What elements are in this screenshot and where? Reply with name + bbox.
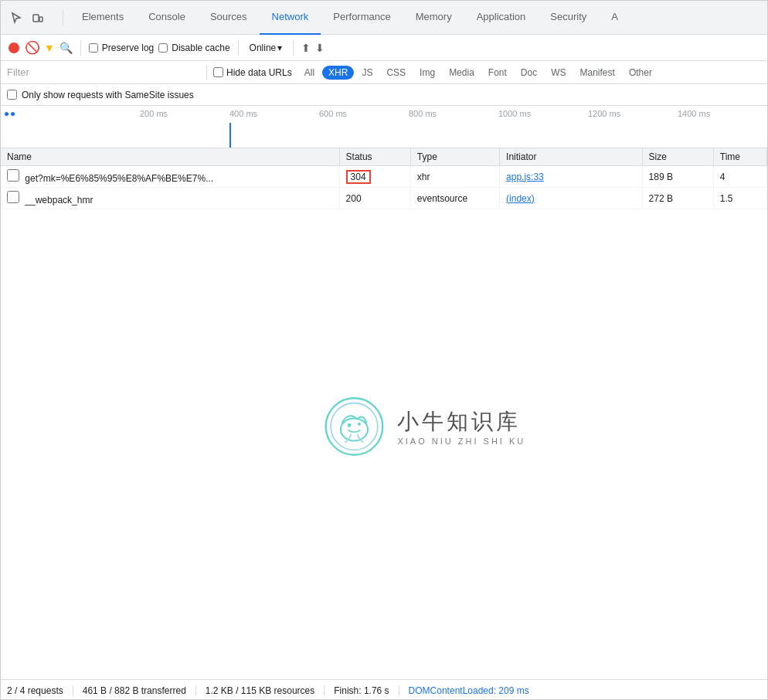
filter-types: All XHR JS CSS Img Media Font Doc WS Man… <box>298 66 658 80</box>
watermark-text: 小牛知识库 XIAO NIU ZHI SHI KU <box>397 407 525 446</box>
initiator-link-1[interactable]: (index) <box>506 193 535 204</box>
main-content: 🚫 ▼ 🔍 Preserve log Disable cache Online … <box>1 35 767 700</box>
hide-data-urls-label[interactable]: Hide data URLs <box>213 67 292 78</box>
row-size-1: 272 B <box>642 188 713 209</box>
online-select[interactable]: Online ▾ <box>246 41 286 55</box>
tab-performance[interactable]: Performance <box>321 1 403 35</box>
col-header-type[interactable]: Type <box>410 148 499 166</box>
timeline-labels: 200 ms 400 ms 600 ms 800 ms 1000 ms 1200… <box>140 109 767 118</box>
filter-css[interactable]: CSS <box>380 66 412 80</box>
table-wrap: Name Status Type Initiator Size <box>1 148 767 700</box>
record-button[interactable] <box>7 41 21 55</box>
svg-point-5 <box>348 423 352 427</box>
row-checkbox-1[interactable] <box>7 191 19 203</box>
row-time-1: 1.5 <box>713 188 766 209</box>
watermark-logo-svg <box>323 396 385 457</box>
filter-img[interactable]: Img <box>413 66 441 80</box>
col-header-time[interactable]: Time <box>713 148 766 166</box>
status-dom-loaded: DOMContentLoaded: 209 ms <box>399 685 539 696</box>
initiator-link-0[interactable]: app.js:33 <box>506 172 544 182</box>
status-resources: 1.2 KB / 115 KB resources <box>196 685 325 696</box>
filter-media[interactable]: Media <box>443 66 481 80</box>
search-icon[interactable]: 🔍 <box>59 42 73 54</box>
filter-all[interactable]: All <box>298 66 321 80</box>
watermark-en-text: XIAO NIU ZHI SHI KU <box>397 437 525 446</box>
tab-memory[interactable]: Memory <box>403 1 464 35</box>
samesite-checkbox[interactable] <box>7 90 17 100</box>
hide-data-urls-checkbox[interactable] <box>213 67 223 77</box>
preserve-log-checkbox[interactable] <box>89 43 98 53</box>
samesite-row: Only show requests with SameSite issues <box>1 84 767 106</box>
tab-network[interactable]: Network <box>260 1 321 35</box>
toolbar-sep-2 <box>238 40 239 56</box>
timeline-label-1400: 1400 ms <box>678 109 767 118</box>
col-header-size[interactable]: Size <box>642 148 713 166</box>
timeline-label-600: 600 ms <box>319 109 409 118</box>
filter-xhr[interactable]: XHR <box>322 66 354 80</box>
col-header-status[interactable]: Status <box>339 148 410 166</box>
timeline-label-1200: 1200 ms <box>588 109 678 118</box>
row-size-0: 189 B <box>642 166 713 188</box>
row-checkbox-0[interactable] <box>7 169 19 182</box>
status-bar: 2 / 4 requests 461 B / 882 B transferred… <box>1 679 767 700</box>
tab-console[interactable]: Console <box>136 1 198 35</box>
table-row[interactable]: get?mk=%E6%85%95%E8%AF%BE%E7%... 304 xhr… <box>1 166 767 188</box>
filter-input[interactable] <box>7 66 200 78</box>
disable-cache-label[interactable]: Disable cache <box>158 42 229 53</box>
devtools-tabs: Elements Console Sources Network Perform… <box>1 1 767 35</box>
upload-icon[interactable]: ⬆ <box>301 42 311 54</box>
disable-cache-checkbox[interactable] <box>158 43 168 53</box>
row-time-0: 4 <box>713 166 766 188</box>
row-initiator-1: (index) <box>500 188 642 209</box>
toolbar-sep-1 <box>80 40 81 56</box>
download-icon[interactable]: ⬇ <box>315 42 325 54</box>
status-transferred: 461 B / 882 B transferred <box>73 685 196 696</box>
timeline-label-400: 400 ms <box>229 109 319 118</box>
filter-manifest[interactable]: Manifest <box>574 66 621 80</box>
filter-doc[interactable]: Doc <box>515 66 543 80</box>
timeline-label-1000: 1000 ms <box>498 109 588 118</box>
cursor-icon[interactable] <box>7 8 25 27</box>
filter-js[interactable]: JS <box>355 66 379 80</box>
status-badge-304: 304 <box>346 170 371 184</box>
table-row[interactable]: __webpack_hmr 200 eventsource (index) 27… <box>1 188 767 209</box>
filter-sep <box>206 66 207 80</box>
filter-row: Hide data URLs All XHR JS CSS Img Media … <box>1 61 767 84</box>
stop-button[interactable]: 🚫 <box>25 41 39 55</box>
network-table: Name Status Type Initiator Size <box>1 148 767 209</box>
svg-rect-1 <box>39 17 42 22</box>
tab-more[interactable]: A <box>599 1 630 35</box>
filter-icon[interactable]: ▼ <box>44 42 55 54</box>
timeline-bar-container <box>140 123 767 148</box>
tab-application[interactable]: Application <box>464 1 539 35</box>
device-toggle-icon[interactable] <box>29 8 47 27</box>
watermark: 小牛知识库 XIAO NIU ZHI SHI KU <box>323 396 525 457</box>
timeline-blue-line <box>229 123 231 148</box>
timeline-dots <box>5 112 15 116</box>
network-toolbar: 🚫 ▼ 🔍 Preserve log Disable cache Online … <box>1 35 767 61</box>
row-name-1: __webpack_hmr <box>1 188 339 209</box>
svg-point-2 <box>326 398 383 455</box>
svg-point-4 <box>341 418 368 440</box>
watermark-cn-text: 小牛知识库 <box>397 407 525 437</box>
timeline-label-800: 800 ms <box>409 109 498 118</box>
filter-font[interactable]: Font <box>482 66 513 80</box>
filter-other[interactable]: Other <box>623 66 658 80</box>
row-status-1: 200 <box>339 188 410 209</box>
tab-separator <box>63 10 63 25</box>
toolbar-sep-3 <box>293 40 294 56</box>
tab-security[interactable]: Security <box>538 1 599 35</box>
row-type-0: xhr <box>410 166 499 188</box>
filter-ws[interactable]: WS <box>545 66 572 80</box>
row-initiator-0: app.js:33 <box>500 166 642 188</box>
timeline-dot-1 <box>5 112 8 116</box>
col-header-name[interactable]: Name <box>1 148 339 166</box>
row-name-0: get?mk=%E6%85%95%E8%AF%BE%E7%... <box>1 166 339 188</box>
preserve-log-label[interactable]: Preserve log <box>89 42 154 53</box>
tab-sources[interactable]: Sources <box>198 1 260 35</box>
col-header-initiator[interactable]: Initiator <box>500 148 642 166</box>
tab-elements[interactable]: Elements <box>70 1 136 35</box>
timeline-dot-2 <box>11 112 15 116</box>
row-type-1: eventsource <box>410 188 499 209</box>
svg-point-6 <box>358 422 361 425</box>
